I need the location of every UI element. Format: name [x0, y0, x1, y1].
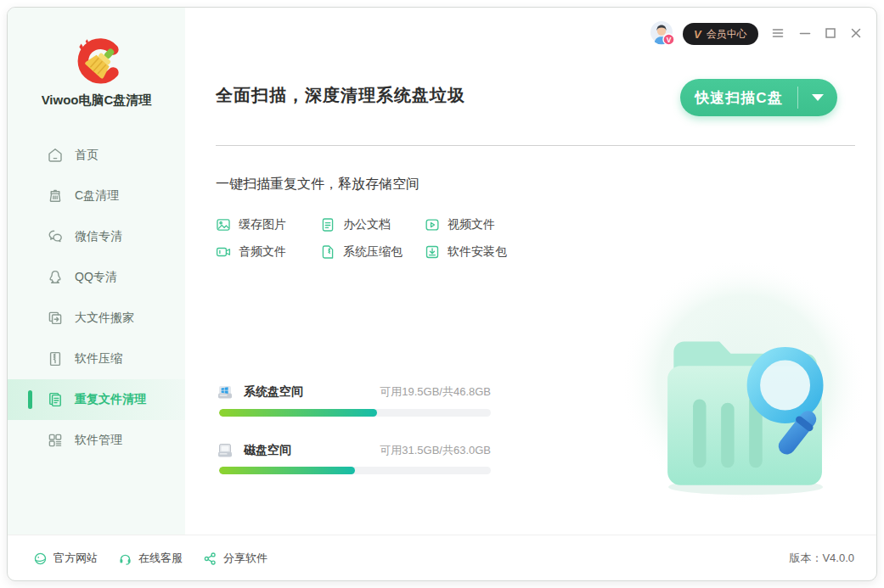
installer-icon: [425, 244, 440, 260]
file-type-audio-files: 音频文件: [216, 244, 286, 260]
quick-scan-label: 快速扫描C盘: [680, 88, 797, 108]
member-center-label: 会员中心: [707, 27, 747, 42]
archive-icon: [320, 244, 335, 260]
folder-search-illustration: [612, 252, 876, 515]
sidebar-item-software-manage[interactable]: 软件管理: [8, 420, 185, 461]
app-window: Viwoo电脑C盘清理 首页 C盘清理 微信专清 QQ专清 大文件搬家: [7, 7, 877, 581]
disk-icon: [216, 441, 234, 460]
sidebar-item-label: 软件压缩: [75, 351, 122, 367]
system-disk-progressbar: [219, 409, 491, 417]
file-type-video-files: 视频文件: [425, 216, 495, 233]
share-app-link[interactable]: 分享软件: [203, 551, 267, 566]
minimize-icon[interactable]: [798, 26, 812, 40]
broom-icon: [47, 188, 64, 204]
file-type-label: 音频文件: [239, 244, 286, 260]
header-divider: [216, 145, 855, 146]
quick-scan-button[interactable]: 快速扫描C盘: [680, 79, 837, 116]
maximize-icon[interactable]: [824, 26, 837, 40]
file-move-icon: [47, 310, 64, 327]
sidebar-nav: 首页 C盘清理 微信专清 QQ专清 大文件搬家 软件压缩: [8, 135, 185, 461]
file-type-installers: 软件安装包: [425, 244, 507, 260]
file-type-label: 视频文件: [448, 217, 495, 232]
footer-links: 官方网站 在线客服 分享软件: [33, 535, 267, 581]
sidebar-item-wechat-clean[interactable]: 微信专清: [8, 216, 185, 257]
user-avatar[interactable]: V: [649, 20, 676, 47]
footer-link-label: 官方网站: [53, 551, 98, 566]
disk-label: 磁盘空间: [244, 443, 291, 458]
file-type-label: 系统压缩包: [343, 244, 403, 260]
v-badge-icon: V: [694, 28, 701, 41]
share-icon: [203, 552, 217, 566]
footer-link-label: 在线客服: [138, 551, 183, 566]
system-disk-icon: [216, 383, 234, 401]
online-support-link[interactable]: 在线客服: [118, 551, 183, 566]
sidebar-item-label: 大文件搬家: [75, 311, 134, 326]
total-disk-row: 磁盘空间 可用31.5GB/共63.0GB: [216, 440, 491, 461]
total-disk-progress-fill: [219, 467, 355, 474]
file-type-cached-images: 缓存图片: [216, 216, 286, 233]
sidebar-item-label: 微信专清: [75, 229, 122, 244]
video-icon: [425, 217, 440, 232]
sidebar: Viwoo电脑C盘清理 首页 C盘清理 微信专清 QQ专清 大文件搬家: [8, 8, 185, 536]
file-type-office-docs: 办公文档: [320, 216, 391, 233]
image-icon: [216, 217, 231, 232]
chevron-down-icon: [812, 94, 824, 101]
audio-icon: [216, 244, 231, 260]
avatar-image: V: [649, 20, 676, 47]
file-type-label: 软件安装包: [448, 244, 507, 260]
duplicate-files-icon: [47, 391, 64, 408]
sidebar-item-label: 重复文件清理: [75, 392, 146, 407]
member-center-button[interactable]: V 会员中心: [683, 23, 758, 45]
disk-usage-text: 可用31.5GB/共63.0GB: [380, 443, 491, 458]
version-text: 版本：V4.0.0: [789, 535, 854, 581]
broom-c-logo-icon: [70, 33, 124, 86]
sidebar-item-label: C盘清理: [75, 188, 119, 204]
system-disk-row: 系统盘空间 可用19.5GB/共46.8GB: [216, 382, 491, 402]
official-site-link[interactable]: 官方网站: [33, 551, 98, 566]
page-title: 全面扫描，深度清理系统盘垃圾: [216, 84, 465, 107]
total-disk-progressbar: [219, 467, 491, 474]
globe-icon: [33, 552, 48, 566]
sidebar-item-duplicate-clean[interactable]: 重复文件清理: [8, 379, 185, 420]
support-icon: [118, 552, 132, 566]
qq-icon: [47, 269, 64, 286]
sidebar-item-label: 首页: [75, 148, 99, 163]
home-icon: [47, 147, 64, 164]
sidebar-item-software-compress[interactable]: 软件压缩: [8, 339, 185, 379]
sidebar-item-qq-clean[interactable]: QQ专清: [8, 257, 185, 298]
disk-usage-text: 可用19.5GB/共46.8GB: [380, 384, 491, 400]
scan-dropdown-button[interactable]: [798, 94, 837, 101]
app-name: Viwoo电脑C盘清理: [8, 92, 185, 109]
compress-icon: [47, 350, 64, 367]
sidebar-item-big-file-move[interactable]: 大文件搬家: [8, 298, 185, 339]
footer-bar: 官方网站 在线客服 分享软件 版本：V4.0.0: [8, 535, 876, 580]
file-type-label: 办公文档: [343, 217, 391, 232]
sidebar-item-label: QQ专清: [75, 270, 117, 285]
section-subtitle: 一键扫描重复文件，释放存储空间: [216, 176, 419, 193]
menu-icon[interactable]: [771, 26, 785, 40]
apps-icon: [47, 432, 64, 449]
document-icon: [320, 217, 335, 232]
app-logo: [8, 33, 185, 89]
sidebar-item-c-clean[interactable]: C盘清理: [8, 176, 185, 216]
disk-label: 系统盘空间: [244, 384, 303, 400]
file-type-system-archives: 系统压缩包: [320, 244, 403, 260]
file-type-label: 缓存图片: [239, 217, 286, 232]
wechat-icon: [47, 228, 64, 245]
footer-link-label: 分享软件: [223, 551, 267, 566]
svg-text:V: V: [667, 36, 672, 44]
close-icon[interactable]: [849, 26, 863, 40]
sidebar-item-home[interactable]: 首页: [8, 135, 185, 176]
system-disk-progress-fill: [219, 409, 377, 417]
sidebar-item-label: 软件管理: [75, 433, 122, 448]
